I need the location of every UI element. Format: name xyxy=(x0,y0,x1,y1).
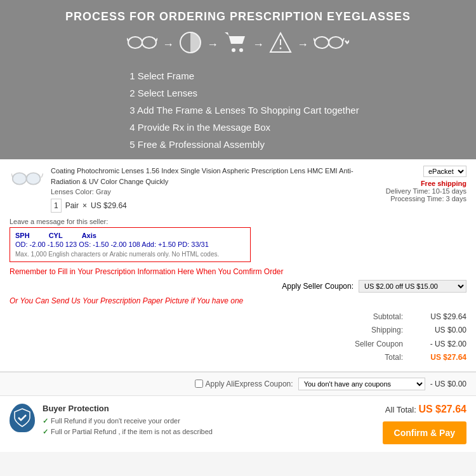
product-name: Coating Photochromic Lenses 1.56 Index S… xyxy=(51,166,359,187)
rx-values: OD: -2.00 -1.50 123 OS: -1.50 -2.00 108 … xyxy=(15,241,245,248)
shield-icon xyxy=(10,404,35,432)
subtotal-label: Subtotal: xyxy=(373,310,403,324)
shipping-row: Shipping: US $0.00 xyxy=(10,324,466,338)
total-row: Total: US $27.64 xyxy=(10,351,466,365)
reminder-text: Remember to Fill in Your Prescription In… xyxy=(10,267,466,276)
shipping-value: US $0.00 xyxy=(416,324,466,338)
svg-point-8 xyxy=(280,48,282,50)
refund-1: ✓ Full Refund if you don't receive your … xyxy=(43,416,213,427)
shipping-info: ePacket Free shipping Delivery Time: 10-… xyxy=(365,166,466,202)
step-3: 3 Add The Frame & Lenses To Shopping Car… xyxy=(129,102,359,119)
processing-time: Processing Time: 3 days xyxy=(365,195,466,202)
cart-icon xyxy=(223,31,248,58)
message-label: Leave a message for this seller: xyxy=(10,218,466,225)
coupon-discount: - US $0.00 xyxy=(430,380,466,388)
arrow-4: → xyxy=(297,38,308,51)
banner-title: PROCESS FOR ORDERING PRESCRIPTION EYEGLA… xyxy=(6,10,470,23)
unit-label: Pair xyxy=(65,200,79,211)
refund-2: ✓ Full or Partial Refund , if the item i… xyxy=(43,426,213,438)
product-price: US $29.64 xyxy=(91,200,127,211)
svg-point-4 xyxy=(232,48,235,52)
message-section: Leave a message for this seller: SPH CYL… xyxy=(10,218,466,262)
alt-text: Or You Can Send Us Your Prescription Pap… xyxy=(10,296,466,305)
seller-coupon-label: Seller Coupon xyxy=(355,338,403,352)
svg-point-10 xyxy=(329,37,343,48)
delivery-time: Delivery Time: 10-15 days xyxy=(365,187,466,195)
seller-coupon-value: - US $2.00 xyxy=(416,338,466,352)
footer-right: All Total: US $27.64 Confirm & Pay xyxy=(383,404,466,444)
svg-point-9 xyxy=(315,37,329,48)
qty-price-row: 1 Pair × US $29.64 xyxy=(51,199,359,213)
quantity-box[interactable]: 1 xyxy=(51,199,62,213)
step-4: 4 Provide Rx in the Message Box xyxy=(129,119,359,136)
buyer-protection-text: Buyer Protection ✓ Full Refund if you do… xyxy=(43,404,213,438)
shipping-label: Shipping: xyxy=(371,324,403,338)
step-1: 1 Select Frame xyxy=(129,67,359,84)
rx-limit: Max. 1,000 English characters or Arabic … xyxy=(15,251,245,258)
buyer-protection: Buyer Protection ✓ Full Refund if you do… xyxy=(10,404,213,438)
svg-point-0 xyxy=(128,37,142,48)
coupon-checkbox[interactable] xyxy=(195,380,203,388)
subtotal-value: US $29.64 xyxy=(416,310,466,324)
lens-color: Lenses Color: Gray xyxy=(51,187,359,197)
product-info: Coating Photochromic Lenses 1.56 Index S… xyxy=(51,166,359,213)
total-label: Total: xyxy=(385,351,403,365)
steps-icons: → → → → xyxy=(6,31,470,58)
buyer-protection-title: Buyer Protection xyxy=(43,404,213,413)
confirm-pay-button[interactable]: Confirm & Pay xyxy=(383,421,466,444)
subtotal-row: Subtotal: US $29.64 xyxy=(10,310,466,324)
step-2: 2 Select Lenses xyxy=(129,84,359,102)
arrow-2: → xyxy=(207,38,218,51)
top-banner: PROCESS FOR ORDERING PRESCRIPTION EYEGLA… xyxy=(0,0,476,159)
glasses-icon xyxy=(127,34,157,55)
coupon-row: Apply Seller Coupon: US $2.00 off US $15… xyxy=(10,280,466,293)
prescription-box[interactable]: SPH CYL Axis OD: -2.00 -1.50 123 OS: -1.… xyxy=(10,227,251,262)
svg-point-12 xyxy=(12,173,26,184)
lens-icon xyxy=(179,31,202,58)
warning-icon xyxy=(269,31,292,58)
main-content: Coating Photochromic Lenses 1.56 Index S… xyxy=(0,159,476,372)
seller-coupon-row: Seller Coupon - US $2.00 xyxy=(10,338,466,352)
all-total: All Total: US $27.64 xyxy=(385,404,466,415)
svg-point-5 xyxy=(239,48,243,52)
seller-coupon-select[interactable]: US $2.00 off US $15.00 xyxy=(359,280,466,293)
bottom-coupon-bar: Apply AliExpress Coupon: You don't have … xyxy=(0,372,476,396)
step-5: 5 Free & Professional Assembly xyxy=(129,136,359,153)
svg-point-14 xyxy=(26,173,40,184)
product-image xyxy=(10,166,44,191)
aliexpress-coupon-label: Apply AliExpress Coupon: xyxy=(206,380,293,388)
svg-point-1 xyxy=(142,37,156,48)
product-row: Coating Photochromic Lenses 1.56 Index S… xyxy=(10,166,466,213)
all-total-value: US $27.64 xyxy=(418,404,466,414)
glasses-check-icon xyxy=(314,33,349,56)
arrow-3: → xyxy=(253,38,264,51)
aliexpress-coupon-select[interactable]: You don't have any coupons xyxy=(298,378,425,390)
aliexpress-coupon-check: Apply AliExpress Coupon: xyxy=(195,380,293,388)
rx-header: SPH CYL Axis xyxy=(15,232,245,239)
coupon-label: Apply Seller Coupon: xyxy=(282,282,354,291)
arrow-1: → xyxy=(162,38,174,51)
footer-section: Buyer Protection ✓ Full Refund if you do… xyxy=(0,396,476,452)
steps-text: 1 Select Frame 2 Select Lenses 3 Add The… xyxy=(117,67,359,153)
total-value: US $27.64 xyxy=(416,351,466,365)
totals-section: Subtotal: US $29.64 Shipping: US $0.00 S… xyxy=(10,310,466,365)
epacket-select[interactable]: ePacket xyxy=(423,166,466,177)
free-shipping: Free shipping xyxy=(365,180,466,187)
